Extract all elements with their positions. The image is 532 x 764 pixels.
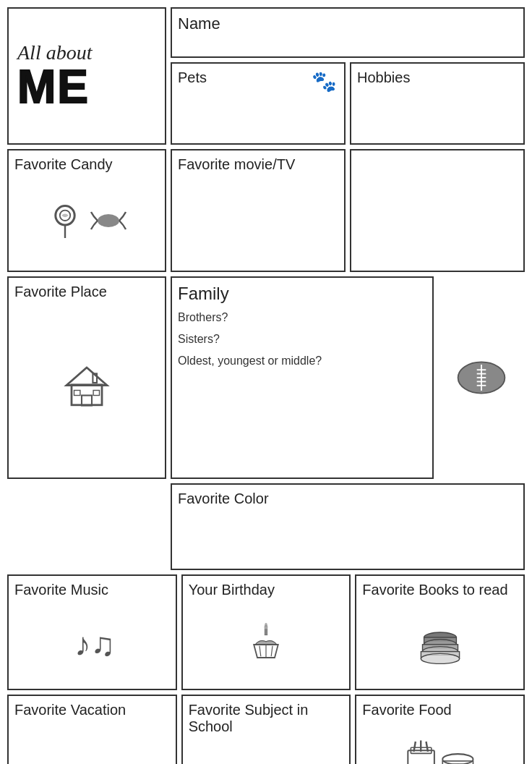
books-icon [415, 617, 466, 668]
hobbies-right-box [350, 149, 525, 272]
svg-marker-4 [66, 368, 107, 386]
sisters-text: Sisters? [178, 333, 426, 346]
birthday-icon-container [189, 601, 344, 683]
fav-books-label: Favorite Books to read [362, 582, 518, 598]
svg-rect-8 [93, 390, 99, 395]
paw-icon: 🐾 [312, 69, 337, 93]
svg-line-23 [271, 645, 273, 655]
favorite-food-box: Favorite Food [355, 695, 525, 764]
row3: Favorite Place [7, 276, 525, 479]
favorite-music-box: Favorite Music ♪♫ [7, 574, 177, 690]
svg-point-20 [265, 623, 267, 627]
family-box: Family Brothers? Sisters? Oldest, younge… [171, 276, 434, 479]
music-icon-container: ♪♫ [14, 601, 170, 683]
food-icons-container [362, 721, 518, 764]
favorite-subject-box: Favorite Subject in School [181, 695, 351, 764]
oldest-text: Oldest, youngest or middle? [178, 355, 426, 368]
fav-subject-label: Favorite Subject in School [189, 702, 344, 735]
fav-food-label: Favorite Food [362, 702, 518, 718]
name-label: Name [178, 14, 220, 33]
family-content: Brothers? Sisters? Oldest, youngest or m… [178, 311, 426, 368]
svg-line-21 [259, 645, 261, 655]
books-icon-container [362, 601, 518, 683]
favorite-movie-box: Favorite movie/TV [171, 149, 346, 272]
football-box [438, 276, 525, 479]
fav-color-label: Favorite Color [178, 491, 269, 506]
favorite-place-box: Favorite Place [7, 276, 166, 479]
football-icon [449, 345, 514, 410]
spacer-left [7, 483, 166, 570]
cupcake-icon [244, 621, 288, 664]
candy-wrapper-icon [87, 199, 130, 242]
hobbies-label: Hobbies [357, 69, 410, 85]
house-icon-container [14, 303, 159, 472]
svg-text:♪♫: ♪♫ [74, 626, 113, 663]
family-label: Family [178, 284, 229, 303]
hobbies-box: Hobbies [350, 62, 525, 145]
title-me: ME [17, 64, 90, 110]
row6: Favorite Vacation Favorite Subject in Sc… [7, 695, 525, 764]
fav-place-label: Favorite Place [14, 284, 159, 300]
candy-icons [14, 176, 159, 265]
svg-point-3 [98, 214, 119, 227]
lollipop-icon [43, 199, 87, 242]
fav-movie-label: Favorite movie/TV [178, 156, 295, 172]
row2: Favorite Candy [7, 149, 525, 272]
pets-box: Pets 🐾 [171, 62, 346, 145]
name-pets-hobbies-section: Name Pets 🐾 Hobbies [171, 7, 525, 145]
name-box: Name [171, 7, 525, 58]
svg-point-40 [442, 754, 473, 764]
birthday-label: Your Birthday [189, 582, 344, 598]
fav-music-label: Favorite Music [14, 582, 170, 598]
house-icon [61, 362, 112, 413]
food-icon [404, 739, 476, 764]
all-about-me-box: All about ME [7, 7, 166, 145]
fav-vacation-label: Favorite Vacation [14, 702, 170, 718]
music-note-icon: ♪♫ [70, 621, 113, 664]
favorite-color-box: Favorite Color [171, 483, 525, 570]
row5: Favorite Music ♪♫ Your Birthday [7, 574, 525, 690]
brothers-text: Brothers? [178, 311, 426, 324]
favorite-vacation-box: Favorite Vacation [7, 695, 177, 764]
row4: Favorite Color [7, 483, 525, 570]
favorite-books-box: Favorite Books to read [355, 574, 525, 690]
svg-rect-35 [408, 750, 434, 764]
birthday-box: Your Birthday [181, 574, 351, 690]
svg-rect-7 [74, 390, 80, 395]
fav-candy-label: Favorite Candy [14, 156, 159, 173]
favorite-candy-box: Favorite Candy [7, 149, 166, 272]
